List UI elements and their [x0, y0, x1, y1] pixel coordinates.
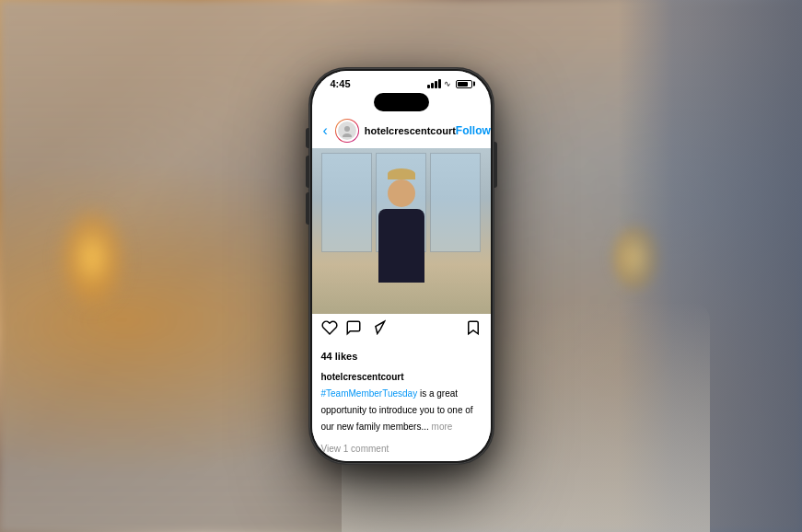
- caption-text: hotelcrescentcourt #TeamMemberTuesday is…: [321, 372, 473, 432]
- likes-section: 44 likes: [312, 345, 491, 365]
- photo-person: [374, 194, 429, 314]
- caption-more[interactable]: more: [432, 422, 453, 432]
- likes-count: 44 likes: [321, 351, 358, 362]
- follow-button[interactable]: Follow: [456, 124, 491, 137]
- window-pane-3: [430, 153, 481, 252]
- bookmark-button[interactable]: [465, 319, 482, 340]
- phone-frame: 4:45 ∿ ‹: [309, 68, 494, 464]
- battery-icon: [456, 80, 472, 88]
- profile-username[interactable]: hotelcrescentcourt: [365, 125, 456, 136]
- view-comments-link[interactable]: View 1 comment: [321, 444, 389, 454]
- phone-screen: 4:45 ∿ ‹: [312, 71, 491, 461]
- caption-username[interactable]: hotelcrescentcourt: [321, 372, 404, 382]
- share-button[interactable]: [369, 319, 386, 340]
- comment-button[interactable]: [345, 319, 362, 340]
- post-image: [312, 148, 491, 314]
- comment-section: View 1 comment: [312, 437, 491, 457]
- back-button[interactable]: ‹: [323, 122, 328, 139]
- caption-section: hotelcrescentcourt #TeamMemberTuesday is…: [312, 365, 491, 437]
- date-section: October 11: [312, 457, 491, 461]
- mute-button: [306, 128, 309, 148]
- caption-hashtag[interactable]: #TeamMemberTuesday: [321, 388, 418, 399]
- volume-up-button: [306, 156, 309, 188]
- signal-icon: [427, 79, 441, 88]
- phone-wrapper: 4:45 ∿ ‹: [309, 68, 494, 464]
- status-time: 4:45: [331, 78, 351, 89]
- post-header: ‹ hotelcrescentcourt Follow ···: [312, 113, 491, 148]
- svg-marker-2: [375, 321, 384, 333]
- wifi-icon: ∿: [444, 79, 451, 88]
- status-bar: 4:45 ∿: [312, 71, 491, 93]
- lamp-left-glow: [55, 202, 129, 313]
- profile-avatar[interactable]: [335, 119, 359, 143]
- person-head: [388, 179, 415, 207]
- power-button: [494, 142, 497, 188]
- svg-point-0: [344, 126, 350, 132]
- action-bar: [312, 314, 491, 345]
- person-hair: [388, 168, 415, 179]
- dynamic-island: [374, 93, 429, 111]
- volume-down-button: [306, 192, 309, 225]
- like-button[interactable]: [321, 319, 338, 340]
- window-pane-1: [321, 153, 372, 252]
- status-icons: ∿: [427, 79, 472, 88]
- avatar-image: [336, 120, 358, 142]
- svg-point-1: [343, 133, 352, 137]
- person-body: [378, 209, 424, 283]
